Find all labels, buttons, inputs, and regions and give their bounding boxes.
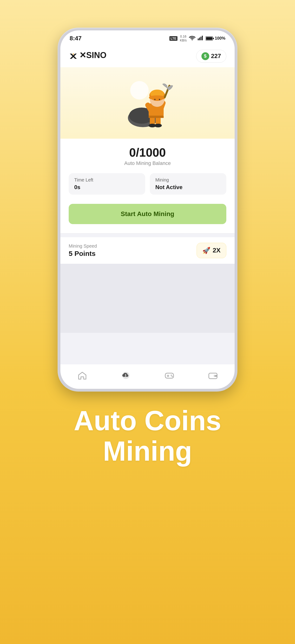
wifi-icon (189, 35, 195, 42)
miner-illustration (120, 73, 175, 133)
svg-rect-5 (213, 38, 214, 39)
kb-speed: 0.16KB/s (180, 34, 187, 42)
nav-mining[interactable]: ₿ (119, 369, 132, 382)
logo-icon (69, 53, 78, 60)
svg-point-14 (154, 124, 162, 127)
status-icons: LTE 0.16KB/s (169, 34, 225, 42)
svg-point-31 (171, 375, 172, 376)
svg-point-8 (130, 81, 149, 100)
svg-rect-0 (198, 38, 199, 40)
phone-notch (127, 30, 168, 38)
phone-outer-shell: 8:47 LTE 0.16KB/s (58, 28, 237, 392)
rocket-icon: 🚀 (202, 247, 210, 254)
app-logo: ✕SINO (69, 51, 116, 62)
balance-section: 0/1000 Auto Mining Balance (60, 139, 235, 168)
svg-point-24 (159, 99, 160, 100)
mining-balance-label: Auto Mining Balance (70, 160, 225, 166)
status-time: 8:47 (70, 35, 82, 42)
logo-text: ✕SINO (79, 51, 116, 62)
multiplier-text: 2X (213, 247, 220, 254)
speed-label: Mining Speed (69, 244, 97, 249)
stats-row: Time Left 0s Mining Not Active (60, 168, 235, 200)
svg-point-23 (154, 99, 156, 100)
svg-rect-16 (149, 116, 164, 118)
section-divider (60, 233, 235, 234)
dollar-icon: $ (201, 52, 209, 60)
svg-rect-3 (202, 36, 203, 40)
speed-info: Mining Speed 5 Points (69, 244, 97, 258)
mining-illustration (60, 67, 235, 139)
speed-multiplier-badge[interactable]: 🚀 2X (197, 243, 226, 258)
mining-status-label: Mining (155, 177, 221, 183)
mining-status-card: Mining Not Active (150, 173, 226, 195)
svg-point-32 (171, 376, 173, 377)
speed-value: 5 Points (69, 250, 97, 258)
nav-wallet[interactable] (206, 369, 219, 382)
svg-text:✕SINO: ✕SINO (79, 51, 107, 60)
page-title-section: Auto Coins Mining (55, 406, 240, 466)
home-nav-icon (76, 369, 89, 382)
page-title-line1: Auto Coins (74, 406, 221, 436)
battery-icon: 100% (206, 36, 225, 41)
time-left-value: 0s (74, 184, 140, 190)
app-header: ✕SINO $ 227 (60, 45, 235, 67)
header-balance-badge: $ 227 (196, 50, 226, 63)
svg-rect-28 (165, 373, 174, 378)
nav-home[interactable] (76, 369, 89, 382)
mining-status-value: Not Active (155, 184, 221, 190)
time-left-card: Time Left 0s (69, 173, 145, 195)
signal-icon (198, 35, 203, 42)
lte-icon: LTE (169, 36, 177, 41)
svg-rect-6 (206, 37, 212, 40)
svg-point-22 (149, 95, 165, 100)
app-content: 0/1000 Auto Mining Balance Time Left 0s … (60, 67, 235, 364)
mining-balance-number: 0/1000 (70, 146, 225, 160)
mining-nav-icon: ₿ (119, 369, 132, 382)
content-gray-area (60, 264, 235, 333)
time-left-label: Time Left (74, 177, 140, 183)
nav-games[interactable] (163, 369, 176, 382)
svg-rect-1 (199, 38, 200, 40)
start-button-container: Start Auto Mining (60, 200, 235, 233)
battery-percent: 100% (215, 36, 225, 41)
bottom-nav: ₿ (60, 364, 235, 389)
phone-screen: 8:47 LTE 0.16KB/s (60, 30, 235, 389)
start-auto-mining-button[interactable]: Start Auto Mining (69, 204, 226, 224)
header-balance-amount: 227 (211, 52, 221, 60)
page-title-line2: Mining (74, 436, 221, 466)
svg-rect-2 (200, 36, 201, 40)
svg-point-35 (214, 376, 215, 376)
wallet-nav-icon (206, 369, 219, 382)
games-nav-icon (163, 369, 176, 382)
mining-speed-card: Mining Speed 5 Points 🚀 2X (60, 237, 235, 264)
phone-frame: 8:47 LTE 0.16KB/s (58, 28, 237, 392)
svg-text:₿: ₿ (125, 374, 126, 377)
